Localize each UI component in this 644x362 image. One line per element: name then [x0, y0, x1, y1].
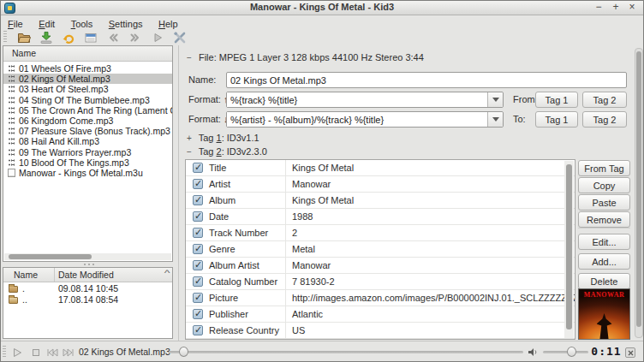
file-list-header[interactable]: Name: [3, 46, 172, 62]
from-tag2-button[interactable]: Tag 2: [582, 92, 627, 108]
table-row[interactable]: Genre Metal: [186, 241, 575, 258]
pane-vscrollbar[interactable]: [635, 48, 643, 338]
table-row[interactable]: Date 1988: [186, 209, 575, 225]
table-row[interactable]: Track Number 2: [186, 225, 575, 241]
frame-action-button[interactable]: Delete: [578, 273, 630, 289]
to-tag2-button[interactable]: Tag 2: [582, 111, 627, 128]
seek-slider[interactable]: [169, 351, 523, 353]
player-drag-handle[interactable]: [3, 346, 6, 359]
file-list-item[interactable]: 04 Sting Of The Bumblebee.mp3: [3, 95, 172, 105]
frame-value[interactable]: Manowar: [286, 260, 575, 270]
frame-action-button[interactable]: Add...: [578, 253, 630, 270]
column-header-name[interactable]: Name: [3, 268, 55, 282]
table-row[interactable]: Artist Manowar: [186, 176, 575, 193]
volume-slider[interactable]: [543, 351, 588, 353]
save-icon[interactable]: [39, 30, 53, 45]
filename-input[interactable]: [226, 72, 627, 88]
tag1-section-header[interactable]: + Tag 1: ID3v1.1: [187, 133, 259, 143]
table-row[interactable]: Album Artist Manowar: [186, 258, 575, 274]
table-row[interactable]: Album Kings Of Metal: [186, 193, 575, 209]
frame-action-button[interactable]: Edit...: [578, 234, 630, 250]
tag2-section-header[interactable]: − Tag 2: ID3v2.3.0: [187, 146, 267, 157]
collapse-icon[interactable]: −: [187, 147, 192, 157]
select-all-icon[interactable]: [83, 30, 98, 45]
frame-checkbox[interactable]: [193, 228, 203, 238]
maximize-button[interactable]: +: [609, 1, 623, 15]
player-previous-icon[interactable]: [45, 346, 59, 359]
volume-icon[interactable]: [528, 347, 538, 359]
column-header-date[interactable]: Date Modified ^: [55, 268, 172, 282]
file-section-header[interactable]: − File: MPEG 1 Layer 3 128 kbps 44100 Hz…: [187, 52, 424, 62]
frame-value[interactable]: Manowar: [286, 179, 575, 189]
table-vscrollbar[interactable]: [564, 161, 574, 338]
frame-checkbox[interactable]: [193, 163, 203, 173]
previous-file-icon[interactable]: [105, 30, 120, 45]
table-row[interactable]: Release Country US: [186, 323, 575, 339]
table-row[interactable]: Title Kings Of Metal: [186, 160, 575, 176]
revert-icon[interactable]: [61, 30, 75, 45]
frame-value[interactable]: 2: [286, 228, 575, 238]
file-list-item[interactable]: 01 Wheels Of Fire.mp3: [3, 63, 172, 74]
chevron-down-icon[interactable]: [487, 112, 503, 127]
directory-row[interactable]: . 09.08.14 10:45: [3, 282, 172, 294]
file-list-item[interactable]: 06 Kingdom Come.mp3: [3, 116, 172, 126]
vscrollbar-thumb[interactable]: [566, 164, 572, 329]
file-list-item[interactable]: 10 Blood Of The Kings.mp3: [3, 157, 172, 168]
player-play-icon[interactable]: [9, 346, 24, 359]
frame-value[interactable]: 1988: [286, 211, 575, 222]
expand-icon[interactable]: +: [187, 134, 192, 143]
player-close-icon[interactable]: [625, 347, 635, 358]
file-list-hscrollbar[interactable]: [4, 253, 171, 260]
player-stop-icon[interactable]: [28, 346, 43, 359]
file-list-item[interactable]: 03 Heart Of Steel.mp3: [3, 84, 172, 94]
format-down-combobox[interactable]: [226, 111, 504, 128]
frame-checkbox[interactable]: [193, 293, 203, 303]
format-up-combobox[interactable]: [226, 92, 504, 108]
file-list-item[interactable]: 05 The Crown And The Ring (Lament Of Th: [3, 105, 172, 116]
volume-slider-thumb[interactable]: [567, 347, 576, 357]
file-list-item[interactable]: Manowar - Kings Of Metal.m3u: [3, 168, 172, 178]
frame-checkbox[interactable]: [193, 260, 203, 270]
titlebar[interactable]: Manowar - Kings Of Metal - Kid3 − + ×: [1, 1, 643, 15]
frame-value[interactable]: 7 81930-2: [286, 276, 575, 287]
next-file-icon[interactable]: [128, 30, 142, 45]
frame-checkbox[interactable]: [193, 244, 203, 254]
close-button[interactable]: ×: [625, 1, 639, 15]
frame-checkbox[interactable]: [193, 309, 203, 319]
hscrollbar-thumb[interactable]: [9, 254, 92, 259]
file-list-item[interactable]: 08 Hail And Kill.mp3: [3, 136, 172, 146]
collapse-icon[interactable]: −: [187, 53, 192, 62]
tag-action-button[interactable]: Copy: [578, 177, 630, 193]
format-up-input[interactable]: [227, 92, 487, 107]
to-tag1-button[interactable]: Tag 1: [535, 111, 578, 128]
table-row[interactable]: Publisher Atlantic: [186, 306, 575, 323]
seek-slider-thumb[interactable]: [179, 347, 188, 357]
frame-checkbox[interactable]: [193, 325, 203, 335]
pane-vscrollbar-thumb[interactable]: [636, 51, 641, 327]
file-list-item[interactable]: 09 The Warriors Prayer.mp3: [3, 147, 172, 157]
table-row[interactable]: Picture http://images.amazon.com/images/…: [186, 290, 575, 306]
frame-value[interactable]: Atlantic: [286, 309, 575, 319]
frame-checkbox[interactable]: [193, 179, 203, 189]
frame-value[interactable]: Kings Of Metal: [286, 163, 575, 173]
album-cover-thumbnail[interactable]: MANOWAR: [578, 288, 630, 340]
frame-checkbox[interactable]: [193, 211, 203, 222]
format-down-input[interactable]: [227, 112, 487, 127]
configure-icon[interactable]: [172, 30, 187, 45]
tag-action-button[interactable]: From Tag 1: [578, 160, 630, 176]
frame-value[interactable]: Kings Of Metal: [286, 195, 575, 205]
chevron-down-icon[interactable]: [487, 92, 503, 107]
player-next-icon[interactable]: [61, 346, 75, 359]
frame-value[interactable]: http://images.amazon.com/images/P/B00000…: [286, 293, 575, 303]
tag-action-button[interactable]: Remove: [578, 211, 630, 228]
file-list-item[interactable]: 07 Pleasure Slave (Bonus Track).mp3: [3, 126, 172, 136]
tag-action-button[interactable]: Paste: [578, 194, 630, 211]
frame-checkbox[interactable]: [193, 276, 203, 287]
file-list-item[interactable]: 02 Kings Of Metal.mp3: [3, 74, 172, 84]
from-tag1-button[interactable]: Tag 1: [535, 92, 578, 108]
minimize-button[interactable]: −: [592, 1, 605, 15]
directory-row[interactable]: .. 17.08.14 08:54: [3, 294, 172, 305]
frame-value[interactable]: Metal: [286, 244, 575, 254]
frame-value[interactable]: US: [286, 325, 575, 335]
frame-checkbox[interactable]: [193, 195, 203, 205]
